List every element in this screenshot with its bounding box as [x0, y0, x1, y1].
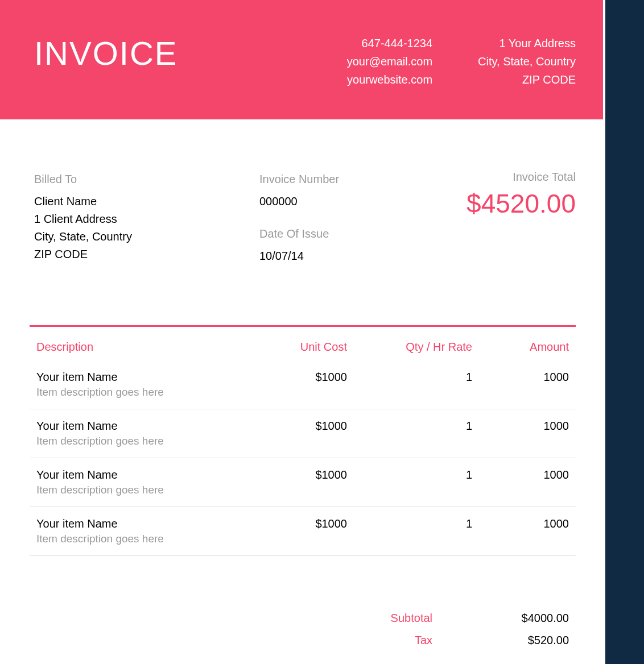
tax-label: Tax — [347, 634, 432, 647]
scrollbar-track[interactable] — [605, 0, 644, 664]
contact-phone: 647-444-1234 — [347, 34, 432, 52]
contact-email: your@email.com — [347, 52, 432, 70]
item-description: Item description goes here — [36, 484, 245, 496]
tax-row: Tax $520.00 — [0, 629, 569, 651]
item-desc-cell: Your item NameItem description goes here — [36, 517, 245, 545]
invoice-total-amount: $4520.00 — [467, 188, 576, 219]
invoice-page: INVOICE 647-444-1234 your@email.com your… — [0, 0, 603, 651]
item-row: Your item NameItem description goes here… — [30, 360, 576, 409]
invoice-total-label: Invoice Total — [467, 171, 576, 184]
items-section: Description Unit Cost Qty / Hr Rate Amou… — [0, 302, 603, 556]
item-unit-cost: $1000 — [245, 420, 347, 433]
item-qty: 1 — [347, 371, 472, 384]
item-qty: 1 — [347, 420, 472, 433]
subtotal-row: Subtotal $4000.00 — [0, 607, 569, 629]
item-unit-cost: $1000 — [245, 517, 347, 530]
col-header-amount: Amount — [472, 341, 569, 354]
item-unit-cost: $1000 — [245, 371, 347, 384]
item-name: Your item Name — [36, 468, 245, 482]
items-header-row: Description Unit Cost Qty / Hr Rate Amou… — [30, 341, 576, 360]
item-name: Your item Name — [36, 517, 245, 530]
item-qty: 1 — [347, 517, 472, 530]
address-line3: ZIP CODE — [478, 70, 576, 89]
tax-value: $520.00 — [501, 634, 569, 647]
invoice-number-label: Invoice Number — [259, 171, 339, 188]
invoice-total-block: Invoice Total $4520.00 — [467, 171, 576, 280]
item-amount: 1000 — [472, 517, 569, 530]
item-description: Item description goes here — [36, 533, 245, 545]
billed-to-label: Billed To — [34, 171, 132, 188]
subtotal-value: $4000.00 — [501, 612, 569, 625]
header-contact: 647-444-1234 your@email.com yourwebsite.… — [347, 34, 432, 89]
totals-section: Subtotal $4000.00 Tax $520.00 — [0, 556, 603, 651]
invoice-info-block: Invoice Number 000000 Date Of Issue 10/0… — [259, 171, 339, 280]
address-line1: 1 Your Address — [478, 34, 576, 52]
item-name: Your item Name — [36, 420, 245, 433]
invoice-number: 000000 — [259, 193, 339, 210]
col-header-description: Description — [36, 341, 245, 354]
item-row: Your item NameItem description goes here… — [30, 409, 576, 458]
client-address: 1 Client Address — [34, 210, 132, 228]
invoice-title: INVOICE — [34, 34, 178, 72]
billed-to-block: Billed To Client Name 1 Client Address C… — [34, 171, 132, 280]
item-amount: 1000 — [472, 371, 569, 384]
item-description: Item description goes here — [36, 435, 245, 447]
item-row: Your item NameItem description goes here… — [30, 458, 576, 507]
item-qty: 1 — [347, 468, 472, 482]
item-unit-cost: $1000 — [245, 468, 347, 482]
date-of-issue: 10/07/14 — [259, 247, 339, 265]
item-description: Item description goes here — [36, 386, 245, 399]
items-body: Your item NameItem description goes here… — [30, 360, 576, 556]
contact-website: yourwebsite.com — [347, 70, 432, 89]
client-city: City, State, Country — [34, 228, 132, 246]
meta-section: Billed To Client Name 1 Client Address C… — [0, 119, 603, 302]
client-name: Client Name — [34, 193, 132, 210]
invoice-header: INVOICE 647-444-1234 your@email.com your… — [0, 0, 603, 119]
col-header-unit-cost: Unit Cost — [245, 341, 347, 354]
subtotal-label: Subtotal — [347, 612, 432, 625]
item-amount: 1000 — [472, 468, 569, 482]
item-row: Your item NameItem description goes here… — [30, 507, 576, 556]
items-divider — [30, 325, 576, 327]
item-name: Your item Name — [36, 371, 245, 384]
col-header-qty: Qty / Hr Rate — [347, 341, 472, 354]
client-zip: ZIP CODE — [34, 246, 132, 263]
header-address: 1 Your Address City, State, Country ZIP … — [478, 34, 576, 89]
item-desc-cell: Your item NameItem description goes here — [36, 371, 245, 399]
item-desc-cell: Your item NameItem description goes here — [36, 468, 245, 496]
item-desc-cell: Your item NameItem description goes here — [36, 420, 245, 447]
address-line2: City, State, Country — [478, 52, 576, 70]
item-amount: 1000 — [472, 420, 569, 433]
date-of-issue-label: Date Of Issue — [259, 225, 339, 243]
